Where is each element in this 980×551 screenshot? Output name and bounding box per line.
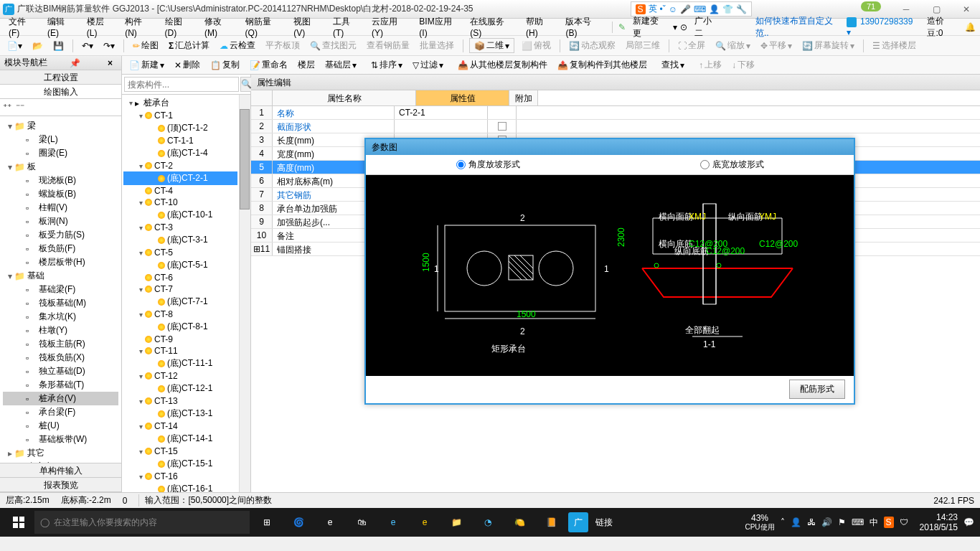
menu-component[interactable]: 构件(N): [121, 14, 157, 39]
batch-select-button[interactable]: 批量选择: [417, 38, 457, 53]
component-tree-item[interactable]: CT-9: [123, 334, 237, 345]
component-tree-item[interactable]: (底)CT-7-1: [123, 295, 237, 309]
nav-bottom-report[interactable]: 报表预览: [0, 478, 121, 492]
menu-version[interactable]: 版本号(B): [561, 14, 606, 39]
local-3d-button[interactable]: 局部三维: [623, 38, 663, 53]
nav-tree-item[interactable]: ▫条形基础(T): [3, 378, 118, 392]
nav-tree-item[interactable]: ▫桩承台(V): [3, 392, 118, 405]
menu-floor[interactable]: 楼层(L): [83, 14, 118, 39]
component-tree-item[interactable]: (底)CT-5-1: [123, 258, 237, 272]
nav-bottom-single[interactable]: 单构件输入: [0, 463, 121, 478]
component-tree-item[interactable]: (底)CT-12-1: [123, 382, 237, 395]
component-tree-item[interactable]: CT-4: [123, 185, 237, 197]
minimize-button[interactable]: ─: [895, 4, 917, 14]
component-tree-item[interactable]: ▾CT-12: [123, 370, 237, 382]
tray-sogou-icon[interactable]: S: [884, 517, 894, 528]
tip-link[interactable]: 如何快速布置自定义范..: [755, 15, 844, 39]
component-tree-item[interactable]: (底)CT-10-1: [123, 208, 237, 222]
sum-button[interactable]: Σ 汇总计算: [166, 38, 212, 53]
collapse-icon[interactable]: ⁻⁻: [16, 102, 24, 113]
property-row[interactable]: 2截面形状: [251, 120, 980, 133]
tray-ime-icon[interactable]: 中: [870, 517, 878, 529]
tray-volume-icon[interactable]: 🔊: [821, 517, 832, 527]
component-tree-item[interactable]: ▾CT-3: [123, 222, 237, 233]
taskbar-search[interactable]: ◯ 在这里输入你要搜索的内容: [34, 511, 250, 534]
nav-tree-item[interactable]: ▫板洞(N): [3, 215, 118, 228]
nav-tree-item[interactable]: ▾📁梁: [3, 119, 118, 133]
menu-help[interactable]: 帮助(H): [522, 14, 558, 39]
component-tree-item[interactable]: (底)CT-14-1: [123, 432, 237, 446]
copy-to-floor-button[interactable]: 📤复制构件到其他楼层: [555, 57, 650, 72]
radio-width[interactable]: 底宽放坡形式: [700, 159, 764, 171]
component-tree-item[interactable]: (底)CT-15-1: [123, 457, 237, 471]
component-tree-item[interactable]: (底)CT-8-1: [123, 320, 237, 334]
menu-online[interactable]: 在线服务(S): [466, 14, 519, 39]
component-tree-item[interactable]: ▾CT-2: [123, 160, 237, 171]
component-tree-item[interactable]: (底)CT-11-1: [123, 357, 237, 370]
clock[interactable]: 14:232018/5/15: [920, 512, 958, 533]
user-label[interactable]: 广小二: [690, 14, 724, 41]
menu-draw[interactable]: 绘图(D): [161, 14, 197, 39]
nav-tree-item[interactable]: ▫楼层板带(H): [3, 255, 118, 269]
new-comp-button[interactable]: 📄新建▾: [126, 57, 167, 72]
component-tree-item[interactable]: ▾CT-5: [123, 247, 237, 258]
app-icon-1[interactable]: 🌀: [284, 511, 313, 534]
nav-tab-settings[interactable]: 工程设置: [0, 70, 121, 85]
draw-button[interactable]: ✏绘图: [130, 38, 161, 53]
nav-tree-item[interactable]: ▫柱帽(V): [3, 201, 118, 215]
nav-tree-item[interactable]: ▫独立基础(D): [3, 364, 118, 378]
nav-tree-item[interactable]: ▫桩(U): [3, 419, 118, 433]
account-area[interactable]: 13907298339 ▾: [847, 17, 918, 37]
component-tree-item[interactable]: ▾CT-11: [123, 345, 237, 357]
radio-angle[interactable]: 角度放坡形式: [456, 159, 520, 171]
start-button[interactable]: [6, 511, 32, 534]
delete-comp-button[interactable]: ✕删除: [171, 57, 203, 72]
menu-view[interactable]: 视图(V): [289, 14, 326, 39]
fullscreen-button[interactable]: ⛶全屏: [675, 38, 708, 53]
taskview-icon[interactable]: ⊞: [253, 511, 281, 534]
nav-tree-item[interactable]: ▸📁其它: [3, 446, 118, 460]
rename-comp-button[interactable]: 📝重命名: [247, 57, 291, 72]
open-button[interactable]: 📂: [29, 39, 46, 52]
nav-tree-item[interactable]: ▫筏板主筋(R): [3, 337, 118, 351]
filter-button[interactable]: ▽过滤▾: [410, 57, 446, 72]
rebar-form-button[interactable]: 配筋形式: [789, 380, 845, 399]
component-tree-item[interactable]: ▾▸桩承台: [123, 96, 237, 110]
rotate-button[interactable]: 🔄屏幕旋转▾: [799, 38, 857, 53]
menu-bim[interactable]: BIM应用(I): [415, 14, 463, 39]
link-label[interactable]: 链接: [595, 517, 613, 529]
component-tree-item[interactable]: ▾CT-8: [123, 309, 237, 320]
bell-icon[interactable]: 🔔: [965, 22, 976, 32]
explorer-icon[interactable]: 📁: [442, 511, 471, 534]
nav-tree-item[interactable]: ▫螺旋板(B): [3, 187, 118, 201]
component-tree-item[interactable]: (底)CT-13-1: [123, 407, 237, 420]
app-icon-5[interactable]: 广: [568, 512, 588, 532]
zoom-button[interactable]: 🔍缩放▾: [712, 38, 753, 53]
maximize-button[interactable]: ▢: [925, 4, 947, 14]
menu-modify[interactable]: 修改(M): [200, 14, 238, 39]
undo-button[interactable]: ↶▾: [79, 39, 96, 52]
component-tree-item[interactable]: CT-6: [123, 272, 237, 283]
align-button[interactable]: 平齐板顶: [263, 38, 303, 53]
edge-icon[interactable]: e: [316, 511, 344, 534]
select-floor-button[interactable]: ☰选择楼层: [870, 38, 919, 53]
sort-button[interactable]: ⇅排序▾: [368, 57, 405, 72]
new-file-button[interactable]: 📄▾: [4, 39, 25, 52]
nav-tree-item[interactable]: ▫梁(L): [3, 133, 118, 146]
component-tree-item[interactable]: (底)CT-16-1: [123, 482, 237, 492]
tray-shield-icon[interactable]: 🛡: [900, 517, 908, 527]
tray-flag-icon[interactable]: ⚑: [838, 517, 846, 527]
tray-keyboard-icon[interactable]: ⌨: [852, 517, 864, 527]
nav-close-button[interactable]: ×: [103, 58, 117, 68]
radio-angle-input[interactable]: [456, 160, 466, 169]
menu-rebar[interactable]: 钢筋量(Q): [241, 14, 287, 39]
tray-network-icon[interactable]: 🖧: [807, 517, 816, 527]
component-tree-item[interactable]: ▾CT-10: [123, 197, 237, 208]
cpu-meter[interactable]: 43%CPU使用: [745, 514, 774, 531]
component-tree[interactable]: ▾▸桩承台▾CT-1(顶)CT-1-2CT-1-1(底)CT-1-4▾CT-2(…: [122, 95, 239, 492]
nav-tree-item[interactable]: ▫现浇板(B): [3, 174, 118, 187]
tray-up-icon[interactable]: ˄: [781, 517, 785, 527]
top-view-button[interactable]: ⬜俯视: [519, 38, 554, 53]
new-change-button[interactable]: 新建变更: [628, 14, 670, 41]
nav-tree[interactable]: ▾📁梁▫梁(L)▫圈梁(E)▾📁板▫现浇板(B)▫螺旋板(B)▫柱帽(V)▫板洞…: [0, 116, 121, 463]
